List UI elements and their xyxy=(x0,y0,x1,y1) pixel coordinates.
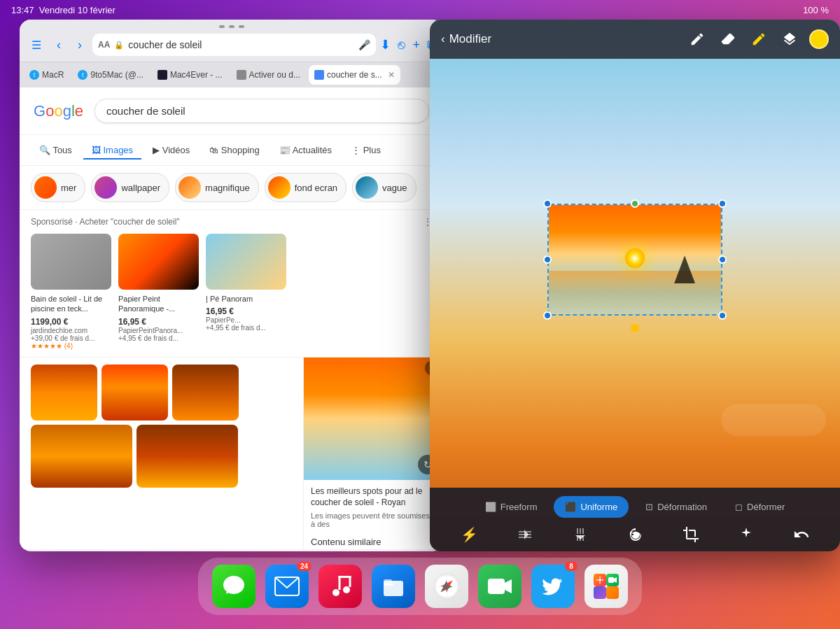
tab-label: Activer ou d... xyxy=(249,70,300,80)
product-name: Papier Peint Panoramique -... xyxy=(118,294,199,314)
safari-sidebar-button[interactable]: ☰ xyxy=(27,35,46,55)
sun xyxy=(625,248,645,268)
download-icon[interactable]: ⬇ xyxy=(380,37,391,52)
handle-mid-right[interactable] xyxy=(718,255,727,264)
handle-bottom-action[interactable] xyxy=(631,324,639,332)
tree-silhouette xyxy=(674,255,695,283)
editor-bottom-toolbar: ⬜ Freeform ⬛ Uniforme ⊡ Déformation ◻ Dé… xyxy=(430,488,840,551)
filter-tous[interactable]: 🔍 Tous xyxy=(31,141,80,160)
google-search-header: Google coucher de soleil xyxy=(20,87,443,135)
dock-safari[interactable] xyxy=(425,565,468,608)
layers-button[interactable] xyxy=(778,28,801,50)
handle-bot-right[interactable] xyxy=(718,311,727,320)
mode-deformation[interactable]: ⊡ Déformation xyxy=(634,496,718,518)
handle-top-center[interactable] xyxy=(631,199,639,208)
product-price: 16,95 € xyxy=(118,317,199,327)
dock-mail[interactable]: 24 xyxy=(265,565,309,608)
safari-forward-button[interactable]: › xyxy=(71,36,88,53)
action-rotate[interactable] xyxy=(627,526,644,543)
crop-icon xyxy=(682,526,699,543)
dock-twitter[interactable]: 8 xyxy=(531,565,575,608)
grid-image[interactable] xyxy=(172,365,239,420)
handle-top-right[interactable] xyxy=(718,199,727,208)
eraser-tool-button[interactable] xyxy=(717,28,739,50)
google-search-box[interactable]: coucher de soleil xyxy=(94,99,429,123)
facetime-small-icon xyxy=(606,574,619,586)
selected-image-frame[interactable] xyxy=(547,204,722,316)
filter-videos[interactable]: ▶ Vidéos xyxy=(144,141,198,160)
mode-uniforme[interactable]: ⬛ Uniforme xyxy=(554,496,629,518)
product-image xyxy=(31,234,111,290)
mode-freeform[interactable]: ⬜ Freeform xyxy=(474,496,549,518)
new-tab-icon[interactable]: + xyxy=(412,38,420,52)
twitter-bird-icon xyxy=(541,574,565,598)
action-flip-v[interactable] xyxy=(572,526,589,543)
editor-back-button[interactable]: ‹ Modifier xyxy=(441,32,491,46)
product-name: Bain de soleil - Lit de piscine en teck.… xyxy=(31,294,111,314)
action-crop[interactable] xyxy=(682,526,699,543)
pencil-icon xyxy=(751,31,766,47)
dock-facetime[interactable] xyxy=(478,565,522,608)
product-extra: +4,95 € de frais d... xyxy=(206,324,286,332)
filter-actualites[interactable]: 📰 Actualités xyxy=(271,141,340,160)
grid-image[interactable] xyxy=(136,425,238,488)
grid-image[interactable] xyxy=(102,365,168,420)
filter-shopping[interactable]: 🛍 Shopping xyxy=(201,141,268,160)
product-price: 16,95 € xyxy=(206,306,286,316)
mode-deformer[interactable]: ◻ Déformer xyxy=(724,496,796,518)
chip-magnifique[interactable]: magnifique xyxy=(175,173,259,202)
handle-bot-left[interactable] xyxy=(543,311,552,320)
tab-mac4ever[interactable]: Mac4Ever - ... xyxy=(152,65,228,85)
dock-messages[interactable] xyxy=(212,565,255,608)
safari-url-bar[interactable]: AA 🔒 coucher de soleil 🎤 xyxy=(92,34,376,56)
filter-images[interactable]: 🖼 Images xyxy=(83,141,141,160)
featured-desc: Les meilleurs spots pour ad le coucher d… xyxy=(304,480,443,535)
similar-label: Contenu similaire xyxy=(311,537,436,547)
chip-label: magnifique xyxy=(205,183,250,193)
share-icon[interactable]: ⎋ xyxy=(398,38,405,52)
color-picker[interactable] xyxy=(809,29,829,49)
chip-fond-ecran[interactable]: fond ecran xyxy=(265,173,346,202)
product-image xyxy=(118,234,199,290)
flip-h-icon xyxy=(517,526,533,543)
grid-image[interactable] xyxy=(31,425,132,488)
handle-top-left[interactable] xyxy=(543,199,552,208)
filter-plus[interactable]: ⋮ Plus xyxy=(343,141,389,160)
editor-canvas xyxy=(430,59,840,460)
editor-tools xyxy=(686,28,829,50)
aa-icon: AA xyxy=(98,40,110,50)
action-more[interactable] xyxy=(738,526,755,543)
dock-files[interactable] xyxy=(372,565,415,608)
tab-close-icon[interactable]: ✕ xyxy=(388,70,395,80)
dock-photos[interactable] xyxy=(584,565,628,608)
tab-9to5mac[interactable]: t 9to5Mac (@... xyxy=(72,65,149,85)
handle-mid-left[interactable] xyxy=(543,255,552,264)
action-flip-h[interactable] xyxy=(517,526,533,543)
product-card-lounger[interactable]: Bain de soleil - Lit de piscine en teck.… xyxy=(31,234,111,350)
action-undo[interactable] xyxy=(793,526,810,543)
chip-mer[interactable]: mer xyxy=(31,173,85,202)
dock: 24 xyxy=(198,558,642,615)
pencil-tool-button[interactable] xyxy=(748,28,770,50)
chip-thumb xyxy=(34,176,57,199)
product-stars: ★★★★★ (4) xyxy=(31,342,111,350)
pen-tool-button[interactable] xyxy=(686,28,708,50)
sponsored-section: Sponsorisé · Acheter "coucher de soleil"… xyxy=(20,210,443,358)
image-row-1 xyxy=(31,365,292,420)
action-flash[interactable]: ⚡ xyxy=(461,526,478,543)
tab-activer[interactable]: Activer ou d... xyxy=(231,65,306,85)
dock-music[interactable] xyxy=(318,565,362,608)
product-card-palms[interactable]: Papier Peint Panoramique -... 16,95 € Pa… xyxy=(118,234,199,350)
product-card-paper[interactable]: | Pé Panoram 16,95 € PapierPe... +4,95 €… xyxy=(206,234,286,350)
safari-back-button[interactable]: ‹ xyxy=(50,36,67,53)
files-icon xyxy=(381,574,406,599)
chip-wallpaper[interactable]: wallpaper xyxy=(91,173,169,202)
image-row-2 xyxy=(31,425,292,488)
grid-image[interactable] xyxy=(31,365,97,420)
tab-macr[interactable]: t MacR xyxy=(24,65,69,85)
chip-vague[interactable]: vague xyxy=(352,173,416,202)
microphone-icon[interactable]: 🎤 xyxy=(358,39,370,50)
tab-coucher[interactable]: coucher de s... ✕ xyxy=(309,65,400,85)
featured-subtext: Les images peuvent être soumises à des xyxy=(311,511,436,528)
featured-image[interactable]: ↻ ⊕ xyxy=(304,358,443,480)
